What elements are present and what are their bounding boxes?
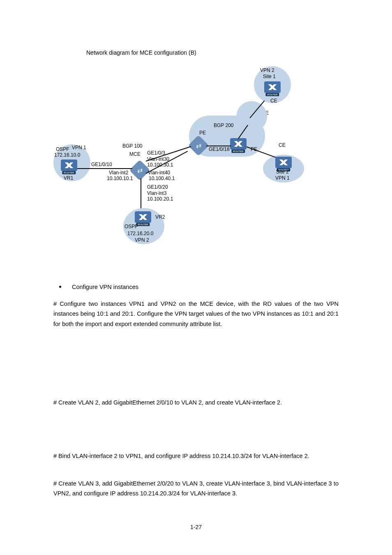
label-ge1018: GE1/0/18 (209, 146, 230, 152)
label-vpn1-subnet: 172.16.10.0 (54, 152, 80, 158)
router-icon-ce-right: ROUTER (275, 157, 292, 168)
label-pe-center: PE (199, 130, 206, 136)
label-bgp100: BGP 100 (122, 143, 142, 149)
label-ce-right: CE (279, 142, 286, 148)
cloud-bgp200-ext (236, 101, 267, 132)
router-icon-vr1: ROUTER (61, 160, 77, 171)
router-icon-vpn2-site1: ROUTER (264, 81, 281, 93)
label-ip201: 10.100.20.1 (147, 196, 173, 202)
label-vpn2-subnet: 172.16.20.0 (127, 231, 153, 236)
line-pe-pe (206, 146, 231, 146)
bullet-configure-vpn: Configure VPN instances (53, 282, 339, 292)
label-vpn2-top: VPN 2 (260, 67, 274, 73)
label-site1: Site 1 (263, 74, 276, 79)
label-ge1020: GE1/0/20 (147, 184, 168, 190)
label-vr2: VR2 (155, 214, 165, 220)
line-vr1-mce (77, 168, 132, 169)
label-ce-top: CE (270, 98, 277, 104)
label-vlanint2: Vlan-int2 (109, 170, 128, 176)
label-vpn1-left: VPN 1 (72, 145, 86, 150)
label-ip101: 10.100.10.1 (107, 176, 133, 181)
router-icon-pe-cloud: ROUTER (230, 138, 247, 150)
label-ospf-left: OSPF (56, 146, 69, 152)
label-vlanint3: Vlan-int3 (147, 190, 166, 196)
label-site2: Site 2 (276, 169, 289, 175)
body-text: Configure VPN instances # Configure two … (53, 282, 339, 499)
bullet-dot-icon (59, 286, 61, 288)
label-vpn2-bot: VPN 2 (135, 237, 149, 243)
figure-caption: Network diagram for MCE configuration (B… (86, 49, 339, 56)
router-icon-vr2: ROUTER (135, 211, 151, 223)
label-ge1010: GE1/0/10 (91, 162, 112, 167)
paragraph-4: # Create VLAN 3, add GigabitEthernet 2/0… (53, 479, 339, 499)
label-ip40: 10.100.40.1 (149, 176, 175, 181)
label-ospf-bot: OSPF (125, 224, 138, 229)
label-vr1: VR1 (64, 175, 73, 181)
label-vpn1-right: VPN 1 (275, 175, 290, 181)
label-mce: MCE (129, 151, 141, 157)
line-mce-vr2 (141, 178, 141, 210)
paragraph-3: # Bind VLAN-interface 2 to VPN1, and con… (53, 451, 339, 461)
paragraph-1: # Configure two instances VPN1 and VPN2 … (53, 299, 339, 329)
bullet-text: Configure VPN instances (72, 282, 138, 292)
network-diagram: VPN 2 Site 1 ROUTER CE ROUTER PE BGP 200… (53, 64, 341, 257)
page-number: 1-27 (190, 524, 202, 530)
label-bgp200: BGP 200 (214, 123, 233, 128)
paragraph-2: # Create VLAN 2, add GigabitEthernet 2/0… (53, 398, 339, 408)
